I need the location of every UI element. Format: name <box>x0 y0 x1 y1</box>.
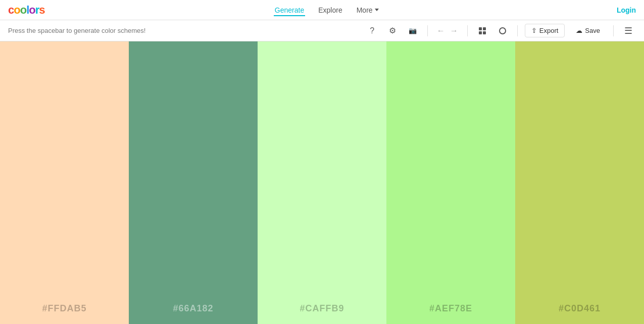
separator-4 <box>613 25 614 36</box>
camera-button[interactable]: 📷 <box>405 23 420 38</box>
palette: #FFDAB5 #66A182 #CAFFB9 #AEF78E #C0D461 <box>0 41 644 324</box>
help-button[interactable]: ? <box>365 23 380 38</box>
nav-center: Generate Explore More <box>274 4 380 16</box>
nav-arrows: ← → <box>435 25 460 36</box>
grid-icon <box>479 27 486 34</box>
redo-button[interactable]: → <box>448 25 460 36</box>
help-icon: ? <box>370 26 374 35</box>
settings-icon: ⚙ <box>389 26 396 35</box>
toolbar: Press the spacebar to generate color sch… <box>0 20 644 41</box>
color-swatch-2[interactable]: #CAFFB9 <box>258 41 386 324</box>
circle-view-button[interactable] <box>495 23 510 38</box>
settings-button[interactable]: ⚙ <box>385 23 400 38</box>
color-swatch-4[interactable]: #C0D461 <box>515 41 644 324</box>
color-hex-3: #AEF78E <box>429 303 472 314</box>
nav-generate[interactable]: Generate <box>274 4 305 16</box>
separator-1 <box>427 25 428 36</box>
export-button[interactable]: ⇧ Export <box>525 24 565 37</box>
nav-more[interactable]: More <box>356 4 380 16</box>
nav-left: coolors <box>8 4 45 17</box>
separator-3 <box>517 25 518 36</box>
color-hex-0: #FFDAB5 <box>42 303 86 314</box>
nav-login[interactable]: Login <box>617 6 636 14</box>
cloud-icon: ☁ <box>576 27 582 34</box>
chevron-down-icon <box>375 9 379 11</box>
undo-button[interactable]: ← <box>435 25 447 36</box>
save-button[interactable]: ☁ Save <box>570 24 606 37</box>
color-hex-4: #C0D461 <box>559 303 601 314</box>
separator-2 <box>467 25 468 36</box>
color-swatch-1[interactable]: #66A182 <box>129 41 258 324</box>
share-icon: ⇧ <box>531 27 537 34</box>
nav-explore[interactable]: Explore <box>317 4 343 16</box>
nav-right: Login <box>609 6 636 14</box>
color-swatch-0[interactable]: #FFDAB5 <box>0 41 129 324</box>
export-label: Export <box>539 27 559 34</box>
color-hex-1: #66A182 <box>173 303 213 314</box>
top-nav: coolors Generate Explore More Login <box>0 0 644 20</box>
toolbar-hint: Press the spacebar to generate color sch… <box>8 27 145 34</box>
toolbar-right: ? ⚙ 📷 ← → <box>365 23 636 38</box>
grid-view-button[interactable] <box>475 23 490 38</box>
menu-button[interactable]: ☰ <box>621 23 636 38</box>
logo[interactable]: coolors <box>8 4 45 17</box>
color-hex-2: #CAFFB9 <box>300 303 344 314</box>
menu-icon: ☰ <box>624 26 632 35</box>
circle-icon <box>499 27 506 34</box>
save-label: Save <box>585 27 600 34</box>
camera-icon: 📷 <box>409 27 417 34</box>
color-swatch-3[interactable]: #AEF78E <box>386 41 515 324</box>
